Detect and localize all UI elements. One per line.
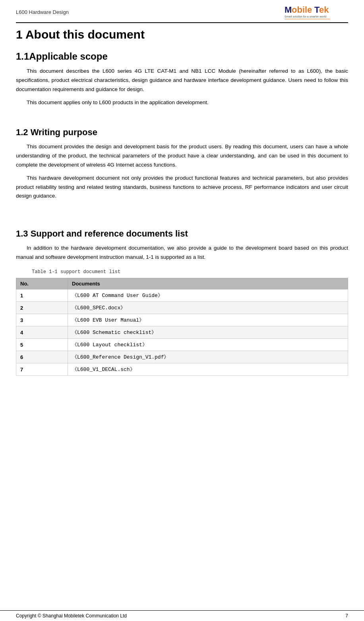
table-row: 4《L600 Schematic checklist》 bbox=[16, 326, 348, 339]
table-row: 1《L600 AT Command User Guide》 bbox=[16, 289, 348, 302]
section-1-1: 1.1Applicable scope This document descri… bbox=[16, 51, 348, 107]
svg-text:obile: obile bbox=[292, 5, 312, 15]
table-cell-document: 《L600_V1_DECAL.sch》 bbox=[68, 363, 348, 376]
table-cell-no: 4 bbox=[16, 326, 68, 339]
section-1-2-para-1: This document provides the design and de… bbox=[16, 142, 348, 170]
table-cell-document: 《L600 Layout checklist》 bbox=[68, 339, 348, 351]
table-cell-no: 5 bbox=[16, 339, 68, 351]
table-cell-document: 《L600_Reference Design_V1.pdf》 bbox=[68, 351, 348, 363]
svg-text:Smart solution for a smarter w: Smart solution for a smarter world bbox=[285, 15, 326, 18]
table-cell-document: 《L600_SPEC.docx》 bbox=[68, 302, 348, 314]
section-1-1-heading: 1.1Applicable scope bbox=[16, 51, 348, 62]
table-cell-document: 《L600 Schematic checklist》 bbox=[68, 326, 348, 339]
svg-text:M: M bbox=[285, 5, 292, 15]
page-footer: Copyright © Shanghai Mobiletek Communica… bbox=[0, 610, 364, 621]
table-cell-document: 《L600 EVB User Manual》 bbox=[68, 314, 348, 326]
main-heading: 1 About this document bbox=[16, 28, 348, 41]
copyright-text: Copyright © Shanghai Mobiletek Communica… bbox=[16, 613, 127, 619]
table-row: 6《L600_Reference Design_V1.pdf》 bbox=[16, 351, 348, 363]
table-caption: Table 1-1 support document list bbox=[32, 269, 348, 275]
page-header: L600 Hardware Design M obile T ek Smart … bbox=[16, 4, 348, 23]
page-number: 7 bbox=[345, 613, 348, 619]
support-documents-table: No. Documents 1《L600 AT Command User Gui… bbox=[16, 278, 348, 376]
table-header-documents: Documents bbox=[68, 278, 348, 289]
mobiletek-logo-icon: M obile T ek Smart solution for a smarte… bbox=[285, 4, 348, 20]
section-1-2-heading: 1.2 Writing purpose bbox=[16, 127, 348, 138]
document-title: L600 Hardware Design bbox=[16, 9, 69, 15]
svg-text:ek: ek bbox=[319, 5, 329, 15]
table-cell-no: 6 bbox=[16, 351, 68, 363]
section-1-3-heading: 1.3 Support and reference documents list bbox=[16, 229, 348, 239]
table-row: 2《L600_SPEC.docx》 bbox=[16, 302, 348, 314]
section-1-1-para-1: This document describes the L600 series … bbox=[16, 67, 348, 94]
table-cell-no: 7 bbox=[16, 363, 68, 376]
section-1-2-para-2: This hardware development document not o… bbox=[16, 174, 348, 201]
table-header-no: No. bbox=[16, 278, 68, 289]
table-cell-no: 1 bbox=[16, 289, 68, 302]
section-1-3: 1.3 Support and reference documents list… bbox=[16, 229, 348, 376]
logo-area: M obile T ek Smart solution for a smarte… bbox=[285, 4, 348, 20]
table-row: 5《L600 Layout checklist》 bbox=[16, 339, 348, 351]
section-1-3-intro: In addition to the hardware development … bbox=[16, 244, 348, 262]
table-row: 3《L600 EVB User Manual》 bbox=[16, 314, 348, 326]
table-cell-document: 《L600 AT Command User Guide》 bbox=[68, 289, 348, 302]
table-cell-no: 2 bbox=[16, 302, 68, 314]
table-cell-no: 3 bbox=[16, 314, 68, 326]
table-row: 7《L600_V1_DECAL.sch》 bbox=[16, 363, 348, 376]
section-1-1-para-2: This document applies only to L600 produ… bbox=[16, 98, 348, 107]
section-1-2: 1.2 Writing purpose This document provid… bbox=[16, 127, 348, 201]
